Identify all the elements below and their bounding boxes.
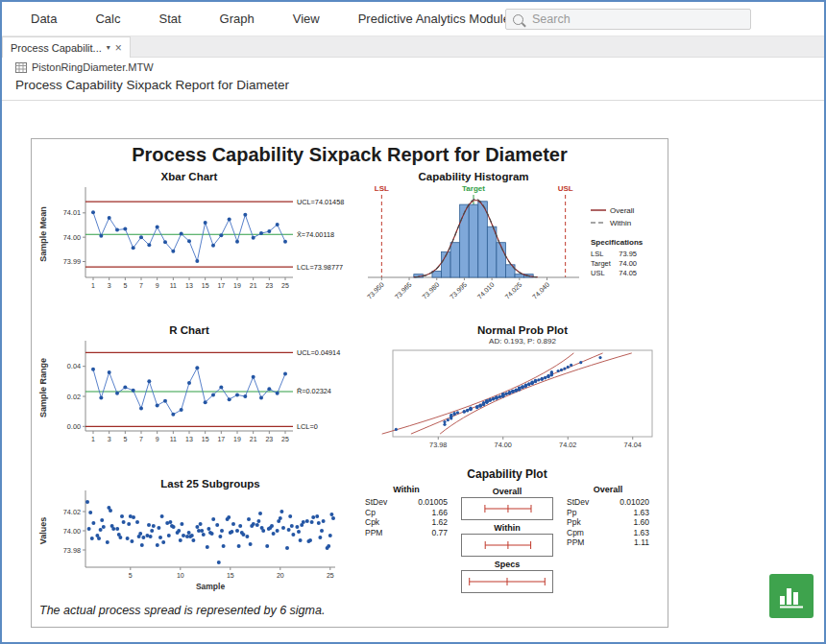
svg-text:LCL=0: LCL=0: [297, 422, 318, 431]
svg-text:0.02: 0.02: [67, 393, 81, 401]
menu-item-data[interactable]: Data: [31, 12, 57, 26]
menu-item-calc[interactable]: Calc: [95, 12, 120, 26]
svg-text:74.02: 74.02: [63, 508, 81, 516]
svg-text:Last 25 Subgroups: Last 25 Subgroups: [160, 478, 260, 489]
svg-text:13: 13: [185, 436, 193, 442]
stat-value: 1.62: [431, 517, 448, 528]
search-input[interactable]: [530, 12, 743, 27]
svg-text:Sample Mean: Sample Mean: [38, 206, 48, 262]
report-figure[interactable]: Process Capability Sixpack Report for Di…: [31, 138, 668, 628]
svg-text:19: 19: [233, 436, 241, 442]
svg-text:11: 11: [170, 282, 177, 289]
svg-text:Xbar Chart: Xbar Chart: [161, 171, 218, 182]
svg-text:74.010: 74.010: [476, 281, 496, 300]
stat-value: 1.66: [431, 508, 448, 518]
stat-value: 1.60: [633, 517, 649, 528]
worksheet-row[interactable]: PistonRingDiameter.MTW: [15, 61, 154, 73]
svg-text:Sample: Sample: [196, 582, 226, 591]
minitab-window: Data Calc Stat Graph View Predictive Ana…: [0, 0, 826, 644]
svg-text:USL: USL: [591, 269, 605, 277]
svg-text:20: 20: [277, 572, 284, 579]
svg-text:73.980: 73.980: [421, 281, 440, 300]
svg-text:74.00: 74.00: [495, 441, 512, 449]
svg-text:1: 1: [91, 282, 95, 289]
stat-row: StDev0.01005: [365, 497, 448, 508]
svg-text:Sample Range: Sample Range: [38, 358, 48, 417]
menu-item-view[interactable]: View: [293, 12, 320, 26]
last-25-subgroups-chart: Last 25 SubgroupsValues74.0274.0073.9851…: [36, 475, 347, 600]
svg-text:17: 17: [217, 282, 225, 289]
tab-bar: Process Capabilit... ▾ ×: [2, 36, 824, 58]
menu-item-graph[interactable]: Graph: [220, 12, 255, 26]
svg-text:73.98: 73.98: [63, 546, 81, 555]
svg-text:74.02: 74.02: [559, 441, 576, 449]
stat-label: StDev: [365, 497, 387, 508]
tab-process-capability[interactable]: Process Capabilit... ▾ ×: [2, 36, 131, 58]
svg-text:AD: 0.193, P: 0.892: AD: 0.193, P: 0.892: [489, 337, 556, 346]
svg-text:3: 3: [108, 282, 111, 289]
svg-text:UCL=74.01458: UCL=74.01458: [297, 198, 344, 206]
svg-text:25: 25: [281, 436, 289, 442]
stat-label: StDev: [567, 497, 589, 508]
svg-text:74.01: 74.01: [63, 208, 81, 217]
stat-row: Cpm1.63: [567, 528, 649, 538]
svg-text:21: 21: [250, 282, 257, 289]
svg-text:11: 11: [170, 436, 177, 442]
svg-text:73.95: 73.95: [619, 250, 637, 258]
stat-value: 1.11: [634, 537, 649, 548]
r-chart: R ChartSample Range0.040.020.00135791113…: [36, 322, 347, 477]
svg-text:23: 23: [265, 436, 273, 442]
svg-text:Specifications: Specifications: [591, 238, 644, 247]
svg-text:0.00: 0.00: [67, 422, 81, 431]
svg-text:Overall: Overall: [610, 206, 635, 215]
interval-box-specs: [461, 570, 553, 593]
xbar-chart: Xbar ChartSample Mean74.0174.0073.991357…: [36, 168, 347, 323]
svg-text:10: 10: [177, 572, 184, 579]
interval-label-overall: Overall: [493, 487, 522, 497]
menu-item-predictive-analytics-module[interactable]: Predictive Analytics Module: [358, 12, 510, 26]
svg-text:73.965: 73.965: [394, 281, 413, 300]
svg-text:73.98: 73.98: [429, 441, 447, 449]
interval-label-specs: Specs: [495, 560, 521, 570]
svg-text:0.04: 0.04: [67, 362, 81, 370]
svg-text:9: 9: [156, 436, 159, 442]
svg-text:73.995: 73.995: [449, 281, 468, 300]
svg-text:74.00: 74.00: [619, 259, 637, 268]
stat-value: 1.63: [633, 508, 649, 518]
overall-stats: Overall StDev0.01020 Pp1.63 Ppk1.60 Cpm1…: [567, 485, 649, 594]
svg-text:13: 13: [185, 282, 193, 289]
svg-text:74.00: 74.00: [63, 527, 81, 536]
stat-row: Cp1.66: [365, 508, 448, 518]
svg-text:Normal Prob Plot: Normal Prob Plot: [477, 324, 568, 336]
graph-button[interactable]: [769, 574, 814, 618]
stat-value: 0.01005: [418, 497, 448, 508]
svg-text:74.05: 74.05: [619, 269, 637, 277]
interval-box-within: [461, 534, 553, 557]
menu-item-stat[interactable]: Stat: [158, 12, 181, 26]
chevron-down-icon[interactable]: ▾: [107, 43, 110, 52]
report-title: Process Capability Sixpack Report for Di…: [32, 144, 668, 166]
report-footnote: The actual process spread is represented…: [39, 604, 325, 617]
svg-text:7: 7: [139, 436, 143, 442]
svg-text:LSL: LSL: [591, 250, 603, 258]
capability-histogram: Capability HistogramLSLTargetUSL73.95073…: [349, 168, 666, 320]
svg-text:1: 1: [91, 436, 95, 442]
svg-text:74.040: 74.040: [531, 281, 550, 300]
svg-text:5: 5: [123, 436, 127, 442]
svg-text:73.950: 73.950: [366, 281, 385, 300]
svg-text:R̄=0.02324: R̄=0.02324: [297, 387, 331, 395]
close-icon[interactable]: ×: [115, 43, 122, 53]
svg-text:25: 25: [281, 282, 289, 289]
svg-text:74.04: 74.04: [624, 441, 642, 449]
stat-label: Cpm: [567, 528, 584, 538]
overall-stats-title: Overall: [567, 485, 649, 494]
stat-label: PPM: [365, 528, 382, 538]
svg-text:23: 23: [265, 282, 273, 289]
session-heading: Process Capability Sixpack Report for Di…: [15, 78, 289, 92]
stat-label: PPM: [567, 537, 584, 548]
worksheet-name: PistonRingDiameter.MTW: [32, 61, 154, 73]
capability-plot-panel: Capability Plot Within StDev0.01005 Cp1.…: [351, 467, 664, 602]
stat-label: Cp: [365, 508, 376, 518]
search-box[interactable]: [505, 9, 751, 30]
stat-row: StDev0.01020: [567, 497, 649, 508]
